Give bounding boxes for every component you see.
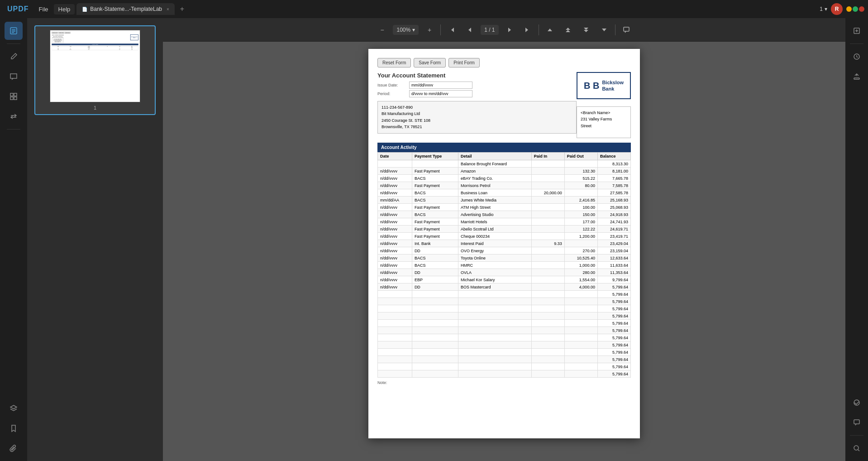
sidebar-icon-bookmark[interactable] [5, 419, 23, 437]
cell-balance: 5,799.64 [597, 283, 630, 291]
sidebar-icon-attach[interactable] [5, 439, 23, 457]
first-page-button[interactable] [444, 23, 459, 37]
sidebar-icon-edit[interactable] [5, 48, 23, 66]
cell-balance: 24,741.93 [597, 218, 630, 226]
menu-help[interactable]: Help [54, 4, 75, 14]
cell-paid-in [531, 305, 564, 312]
thumbnail-page-1[interactable]: Reset Form Save Form Print Form Your Acc… [34, 25, 156, 115]
sidebar-icon-organize[interactable] [5, 87, 23, 106]
table-row: n/dd/vvvvBACSHMRC1,000.0011,633.64 [378, 262, 631, 269]
cell-detail [458, 349, 532, 356]
search-button[interactable] [848, 439, 866, 457]
close-button[interactable] [859, 6, 864, 12]
cell-paid-in [531, 175, 564, 182]
company-name: Bit Manufacturing Ltd [382, 110, 572, 117]
right-sidebar-icon-comment[interactable] [848, 413, 866, 432]
table-row: 5,799.64 [378, 327, 631, 334]
cell-balance: 25,068.93 [597, 204, 630, 211]
cell-type [412, 370, 458, 378]
cell-paid-in [531, 327, 564, 334]
menu-file[interactable]: File [34, 4, 53, 14]
cell-paid-out: 150.00 [564, 211, 597, 218]
cell-detail: Interest Paid [458, 240, 532, 247]
sidebar-separator-2 [7, 129, 20, 130]
cell-type [412, 341, 458, 349]
user-avatar[interactable]: R [831, 3, 843, 15]
table-header-row: Date Payment Type Detail Paid In Paid Ou… [378, 153, 631, 160]
col-paid-in: Paid In [531, 153, 564, 160]
save-form-button[interactable]: Save Form [414, 58, 446, 67]
right-sidebar-icon-1[interactable] [848, 22, 866, 40]
minimize-button[interactable] [846, 6, 852, 12]
add-tab-button[interactable]: + [176, 5, 188, 13]
cell-date: n/dd/vvvv [378, 182, 412, 189]
sidebar-icon-convert[interactable] [5, 107, 23, 125]
svg-rect-4 [10, 93, 13, 96]
reset-form-button[interactable]: Reset Form [377, 58, 411, 67]
right-sidebar-icon-2[interactable] [848, 48, 866, 66]
zoom-in-button[interactable]: + [422, 23, 437, 37]
close-tab-button[interactable]: × [167, 7, 169, 12]
comment-button[interactable] [619, 23, 634, 37]
cell-paid-out: 280.00 [564, 269, 597, 276]
period-input[interactable] [409, 90, 472, 97]
zoom-out-button[interactable]: − [375, 23, 389, 37]
branch-address2: Street [581, 123, 627, 129]
sidebar-icon-layers[interactable] [5, 399, 23, 418]
cell-date [378, 160, 412, 168]
cell-date [378, 356, 412, 363]
nav-up-button[interactable] [543, 23, 557, 37]
cell-paid-in [531, 283, 564, 291]
cell-type: DD [412, 269, 458, 276]
nav-double-down-button[interactable] [579, 23, 593, 37]
statement-title: Your Account Statement [377, 72, 577, 79]
cell-date [378, 363, 412, 370]
sidebar-icon-comment[interactable] [5, 67, 23, 86]
right-sidebar [845, 18, 868, 461]
cell-paid-out [564, 189, 597, 197]
col-paid-out: Paid Out [564, 153, 597, 160]
branch-name: <Branch Name> [581, 110, 627, 116]
bank-symbol: B B [584, 81, 599, 91]
cell-paid-out [564, 298, 597, 305]
cell-date [378, 370, 412, 378]
activity-table: Date Payment Type Detail Paid In Paid Ou… [377, 152, 631, 378]
cell-date [378, 291, 412, 298]
cell-detail [458, 327, 532, 334]
nav-double-up-button[interactable] [561, 23, 575, 37]
cell-balance: 5,799.64 [597, 370, 630, 378]
maximize-button[interactable] [853, 6, 858, 12]
tab-file-icon: 📄 [82, 7, 87, 12]
cell-date: n/dd/vvvv [378, 168, 412, 175]
cell-paid-in [531, 334, 564, 341]
sidebar-icon-form[interactable] [5, 22, 23, 40]
cell-detail: Jumes White Media [458, 197, 532, 204]
prev-page-button[interactable] [463, 23, 477, 37]
last-page-button[interactable] [520, 23, 535, 37]
cell-detail: Amazon [458, 168, 532, 175]
sidebar-separator-1 [7, 43, 20, 44]
cell-paid-out [564, 305, 597, 312]
table-row: n/dd/vvvvFast PaymentMarriott Hotels177.… [378, 218, 631, 226]
active-tab[interactable]: 📄 Bank-Stateme...-TemplateLab × [76, 3, 175, 15]
cell-detail: Morrisons Petrol [458, 182, 532, 189]
cell-detail: Cheque 000234 [458, 233, 532, 240]
next-page-button[interactable] [502, 23, 517, 37]
right-sidebar-icon-check[interactable] [848, 394, 866, 412]
cell-type: BACS [412, 197, 458, 204]
right-sidebar-sep-1 [850, 43, 863, 44]
print-form-button[interactable]: Print Form [448, 58, 480, 67]
cell-detail [458, 305, 532, 312]
right-sidebar-icon-3[interactable] [848, 67, 866, 86]
zoom-display[interactable]: 100% ▾ [393, 25, 419, 35]
nav-down-button[interactable] [597, 23, 611, 37]
cell-paid-in [531, 320, 564, 327]
cell-paid-in [531, 312, 564, 320]
table-row: 5,799.64 [378, 305, 631, 312]
issue-date-input[interactable] [409, 82, 472, 89]
left-sidebar [0, 18, 27, 461]
cell-date: mm/dd/AA [378, 197, 412, 204]
pdf-document: Reset Form Save Form Print Form Your Acc… [368, 49, 640, 438]
main-layout: Reset Form Save Form Print Form Your Acc… [0, 18, 868, 461]
table-row: n/dd/vvvvInt. BankInterest Paid9.3323,42… [378, 240, 631, 247]
